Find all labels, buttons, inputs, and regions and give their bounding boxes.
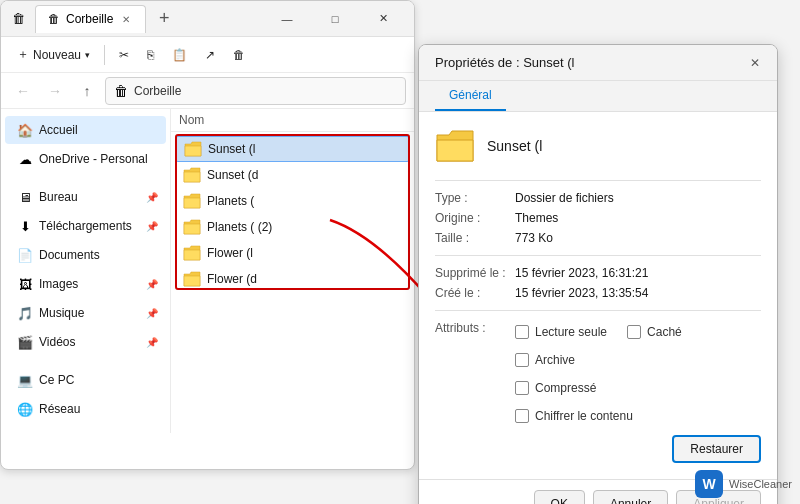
main-window: 🗑 🗑 Corbeille ✕ + — □ ✕ ＋ Nouveau ▾ ✂ ⎘ <box>0 0 415 470</box>
new-icon: ＋ <box>17 46 29 63</box>
ok-button[interactable]: OK <box>534 490 585 504</box>
new-chevron: ▾ <box>85 50 90 60</box>
sidebar-item-musique[interactable]: 🎵 Musique 📌 <box>5 299 166 327</box>
taille-label: Taille : <box>435 231 515 245</box>
maximize-button[interactable]: □ <box>312 3 358 35</box>
type-label: Type : <box>435 191 515 205</box>
tab-general[interactable]: Général <box>435 81 506 111</box>
archive-checkbox[interactable] <box>515 353 529 367</box>
cut-button[interactable]: ✂ <box>111 41 137 69</box>
attr-cache: Caché <box>627 325 682 339</box>
delete-button[interactable]: 🗑 <box>225 41 253 69</box>
separator <box>435 255 761 256</box>
dialog-titlebar: Propriétés de : Sunset (l ✕ <box>419 45 777 81</box>
back-button[interactable]: ← <box>9 77 37 105</box>
wisecleaner-logo: W <box>695 470 723 498</box>
copy-button[interactable]: ⎘ <box>139 41 162 69</box>
reseau-icon: 🌐 <box>17 401 33 417</box>
folder-icon <box>183 167 201 183</box>
sidebar-item-reseau[interactable]: 🌐 Réseau <box>5 395 166 423</box>
attrs-row-3: Compressé <box>515 381 682 395</box>
up-button[interactable]: ↑ <box>73 77 101 105</box>
attr-compresse: Compressé <box>515 381 596 395</box>
compresse-checkbox[interactable] <box>515 381 529 395</box>
sidebar-item-videos[interactable]: 🎬 Vidéos 📌 <box>5 328 166 356</box>
forward-button[interactable]: → <box>41 77 69 105</box>
folder-icon <box>183 193 201 209</box>
wisecleaner-text: WiseCleaner <box>729 478 792 490</box>
sidebar-item-ce-pc[interactable]: 💻 Ce PC <box>5 366 166 394</box>
telechargements-icon: ⬇ <box>17 218 33 234</box>
paste-icon: 📋 <box>172 48 187 62</box>
new-tab-button[interactable]: + <box>150 5 178 33</box>
sidebar: 🏠 Accueil ☁ OneDrive - Personal 🖥 Bureau… <box>1 109 171 433</box>
attributes-section: Attributs : Lecture seule Caché Arch <box>435 321 761 427</box>
file-row[interactable]: Flower (d <box>175 266 410 292</box>
tab-corbeille[interactable]: 🗑 Corbeille ✕ <box>35 5 146 33</box>
file-row[interactable]: Sunset (d <box>175 162 410 188</box>
sidebar-item-documents[interactable]: 📄 Documents <box>5 241 166 269</box>
cree-label: Créé le : <box>435 286 515 300</box>
file-row[interactable]: Sunset (l <box>175 136 410 162</box>
bureau-icon: 🖥 <box>17 189 33 205</box>
folder-icon <box>183 245 201 261</box>
paste-button[interactable]: 📋 <box>164 41 195 69</box>
share-icon: ↗ <box>205 48 215 62</box>
file-row[interactable]: Flower (l <box>175 240 410 266</box>
sidebar-item-bureau[interactable]: 🖥 Bureau 📌 <box>5 183 166 211</box>
supprime-label: Supprimé le : <box>435 266 515 280</box>
images-icon: 🖼 <box>17 276 33 292</box>
folder-icon <box>184 141 202 157</box>
file-row[interactable]: Planets ( <box>175 188 410 214</box>
sidebar-item-images[interactable]: 🖼 Images 📌 <box>5 270 166 298</box>
tab-label: Corbeille <box>66 12 113 26</box>
new-button[interactable]: ＋ Nouveau ▾ <box>9 41 98 69</box>
origine-value: Themes <box>515 211 558 225</box>
sidebar-item-accueil[interactable]: 🏠 Accueil <box>5 116 166 144</box>
sidebar-item-onedrive[interactable]: ☁ OneDrive - Personal <box>5 145 166 173</box>
address-box[interactable]: 🗑 Corbeille <box>105 77 406 105</box>
name-column-header: Nom <box>179 113 204 127</box>
videos-icon: 🎬 <box>17 334 33 350</box>
watermark: W WiseCleaner <box>695 470 792 498</box>
cut-icon: ✂ <box>119 48 129 62</box>
restaurer-button[interactable]: Restaurer <box>672 435 761 463</box>
address-folder-icon: 🗑 <box>114 83 128 99</box>
share-button[interactable]: ↗ <box>197 41 223 69</box>
file-row[interactable]: Planets ( (2) <box>175 214 410 240</box>
pin-icon: 📌 <box>146 192 158 203</box>
attr-lecture-seule: Lecture seule <box>515 325 607 339</box>
sidebar-item-telechargements[interactable]: ⬇ Téléchargements 📌 <box>5 212 166 240</box>
type-row: Type : Dossier de fichiers <box>435 191 761 205</box>
toolbar-separator <box>104 45 105 65</box>
toolbar: ＋ Nouveau ▾ ✂ ⎘ 📋 ↗ 🗑 <box>1 37 414 73</box>
tab-icon: 🗑 <box>48 12 60 26</box>
cache-checkbox[interactable] <box>627 325 641 339</box>
attr-archive: Archive <box>515 353 575 367</box>
chiffrer-checkbox[interactable] <box>515 409 529 423</box>
dialog-folder-header: Sunset (l <box>435 128 761 164</box>
window-controls: — □ ✕ <box>264 3 406 35</box>
taille-value: 773 Ko <box>515 231 553 245</box>
annuler-button[interactable]: Annuler <box>593 490 668 504</box>
title-bar: 🗑 🗑 Corbeille ✕ + — □ ✕ <box>1 1 414 37</box>
dialog-folder-name: Sunset (l <box>487 138 542 154</box>
tab-close-button[interactable]: ✕ <box>119 12 133 26</box>
onedrive-icon: ☁ <box>17 151 33 167</box>
folder-icon <box>183 219 201 235</box>
ce-pc-icon: 💻 <box>17 372 33 388</box>
minimize-button[interactable]: — <box>264 3 310 35</box>
dialog-title: Propriétés de : Sunset (l <box>435 55 741 70</box>
content-area: 🏠 Accueil ☁ OneDrive - Personal 🖥 Bureau… <box>1 109 414 433</box>
taille-row: Taille : 773 Ko <box>435 231 761 245</box>
attributes-label: Attributs : <box>435 321 515 427</box>
lecture-seule-checkbox[interactable] <box>515 325 529 339</box>
dialog-close-button[interactable]: ✕ <box>741 49 769 77</box>
address-text: Corbeille <box>134 84 181 98</box>
close-button[interactable]: ✕ <box>360 3 406 35</box>
file-list-header: Nom <box>171 109 414 132</box>
musique-icon: 🎵 <box>17 305 33 321</box>
documents-icon: 📄 <box>17 247 33 263</box>
attrs-row-4: Chiffrer le contenu <box>515 409 682 423</box>
address-bar: ← → ↑ 🗑 Corbeille <box>1 73 414 109</box>
